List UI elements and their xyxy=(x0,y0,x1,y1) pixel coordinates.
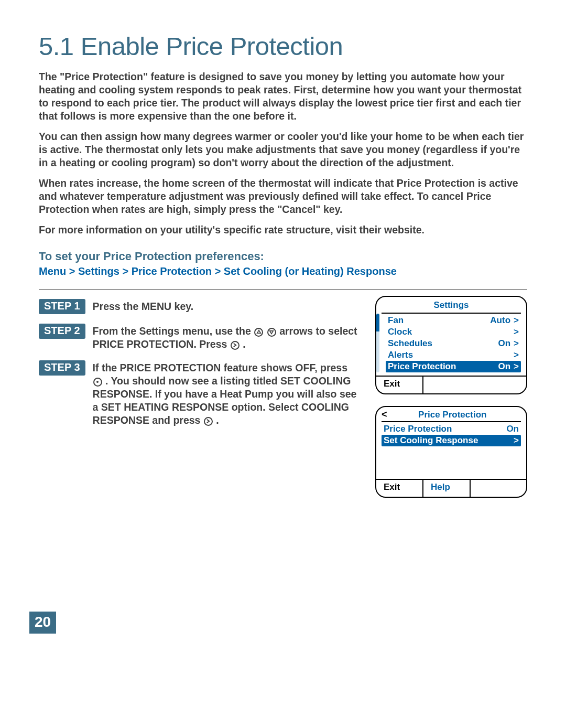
chevron-right-icon: > xyxy=(514,338,519,349)
exit-cell: Exit xyxy=(376,377,423,393)
chevron-right-icon: > xyxy=(514,315,519,326)
schedules-row: Schedules On> xyxy=(386,338,521,349)
price-protection-row: Price Protection On> xyxy=(386,361,521,372)
price-protection-value: On xyxy=(498,361,510,372)
exit-cell: Exit xyxy=(376,480,423,497)
step-3: STEP 3 If the PRICE PROTECTION feature s… xyxy=(39,360,360,427)
step-1-text: Press the MENU key. xyxy=(93,299,194,313)
step-3-seg2: . You should now see a listing titled SE… xyxy=(93,375,357,426)
back-chevron-icon: < xyxy=(382,409,387,420)
intro-para-4: For more information on your utility's s… xyxy=(39,223,527,237)
screen1-title: Settings xyxy=(376,297,526,313)
step-3-seg3: . xyxy=(216,414,219,426)
step-1-badge: STEP 1 xyxy=(39,299,85,314)
step-2-seg1: From the Settings menu, use the xyxy=(93,325,254,337)
fan-row: Fan Auto> xyxy=(386,315,521,326)
chevron-right-icon: > xyxy=(514,435,519,446)
pp-status-value: On xyxy=(506,424,519,434)
settings-screen: Settings Fan Auto> Clock > xyxy=(375,296,527,394)
center-dot-icon xyxy=(93,378,102,387)
menu-path: Menu > Settings > Price Protection > Set… xyxy=(39,265,527,277)
up-arrow-icon xyxy=(254,328,263,337)
down-arrow-icon xyxy=(267,328,276,337)
alerts-label: Alerts xyxy=(388,350,413,360)
blank-cell xyxy=(423,377,526,393)
set-cooling-label: Set Cooling Response xyxy=(384,435,478,446)
screen2-bottom: Exit Help xyxy=(376,479,526,497)
right-arrow-icon xyxy=(204,417,213,426)
screen1-bottom: Exit xyxy=(376,376,526,393)
intro-para-2: You can then assign how many degrees war… xyxy=(39,130,527,169)
chevron-right-icon: > xyxy=(514,361,519,372)
chevron-right-icon: > xyxy=(514,327,519,337)
clock-label: Clock xyxy=(388,327,412,337)
screen1-list: Fan Auto> Clock > Schedules On> Alerts xyxy=(380,314,526,372)
chevron-right-icon: > xyxy=(514,350,519,360)
step-2-badge: STEP 2 xyxy=(39,324,85,339)
schedules-value: On xyxy=(498,338,510,349)
clock-row: Clock > xyxy=(386,326,521,338)
price-protection-label: Price Protection xyxy=(388,361,456,372)
page-number: 20 xyxy=(29,612,56,634)
screen2-list: Price Protection On Set Cooling Response… xyxy=(376,422,526,476)
intro-para-1: The "Price Protection" feature is design… xyxy=(39,70,527,123)
step-1: STEP 1 Press the MENU key. xyxy=(39,299,360,314)
right-arrow-icon xyxy=(231,341,240,350)
price-protection-screen: < Price Protection Price Protection On S… xyxy=(375,406,527,498)
step-3-seg1: If the PRICE PROTECTION feature shows OF… xyxy=(93,362,348,373)
alerts-row: Alerts > xyxy=(386,349,521,361)
svg-point-0 xyxy=(96,381,99,383)
blank-cell xyxy=(471,480,526,497)
preferences-subhead: To set your Price Protection preferences… xyxy=(39,250,527,263)
scroll-indicator-icon xyxy=(376,314,379,372)
schedules-label: Schedules xyxy=(388,338,432,349)
fan-label: Fan xyxy=(388,315,404,326)
set-cooling-row: Set Cooling Response > xyxy=(382,435,521,446)
help-cell: Help xyxy=(423,480,471,497)
divider xyxy=(39,289,527,290)
step-2-text: From the Settings menu, use the arrows t… xyxy=(93,324,360,351)
fan-value: Auto xyxy=(490,315,510,326)
pp-status-label: Price Protection xyxy=(384,424,452,434)
step-2-seg3: . xyxy=(243,338,245,350)
section-heading: 5.1 Enable Price Protection xyxy=(39,31,527,61)
screen2-title: Price Protection xyxy=(393,410,521,420)
intro-para-3: When rates increase, the home screen of … xyxy=(39,177,527,216)
step-3-badge: STEP 3 xyxy=(39,360,85,376)
step-2: STEP 2 From the Settings menu, use the a… xyxy=(39,324,360,351)
step-3-text: If the PRICE PROTECTION feature shows OF… xyxy=(93,360,360,427)
pp-status-row: Price Protection On xyxy=(382,423,521,435)
